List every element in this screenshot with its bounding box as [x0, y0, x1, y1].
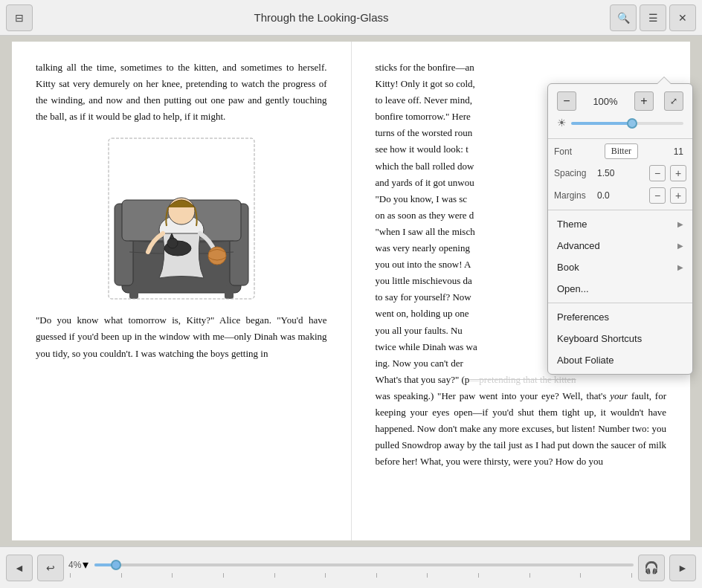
- alice-illustration: [107, 137, 256, 300]
- margins-row: Margins 0.0 − +: [548, 184, 692, 207]
- menu-item-open[interactable]: Open...: [548, 278, 692, 300]
- plus-icon: +: [675, 190, 681, 201]
- ruler-tick: [325, 573, 326, 578]
- ruler-tick: [478, 573, 479, 578]
- menu-item-theme[interactable]: Theme ▶: [548, 213, 692, 235]
- prev-page-button[interactable]: ◄: [6, 555, 33, 581]
- arrow-icon: ▶: [677, 242, 683, 250]
- font-selector[interactable]: Bitter: [605, 143, 638, 159]
- headphone-icon: 🎧: [644, 560, 659, 575]
- close-button[interactable]: ✕: [669, 4, 696, 31]
- zoom-expand-button[interactable]: ⤢: [664, 91, 683, 111]
- main-area: talking all the time, sometimes to the k…: [0, 36, 702, 546]
- margins-decrease-button[interactable]: −: [649, 187, 666, 204]
- open-label: Open...: [557, 283, 589, 294]
- margins-increase-button[interactable]: +: [670, 187, 686, 204]
- progress-top: 4% ▾: [68, 558, 634, 572]
- popup-panel: − 100% + ⤢ ☀ Font Bitter: [547, 83, 693, 375]
- advanced-label: Advanced: [557, 240, 600, 251]
- keyboard-shortcuts-label: Keyboard Shortcuts: [557, 333, 642, 344]
- spacing-row: Spacing 1.50 − +: [548, 162, 692, 184]
- svg-rect-10: [129, 285, 138, 299]
- margins-value: 0.0: [597, 190, 645, 201]
- bottom-bar: ◄ ↩ 4% ▾: [0, 546, 702, 588]
- font-label: Font: [554, 146, 572, 157]
- zoom-section: − 100% + ⤢ ☀: [548, 84, 692, 137]
- next-icon: ►: [677, 562, 688, 574]
- progress-area: 4% ▾: [68, 558, 634, 578]
- menu-item-preferences[interactable]: Preferences: [548, 306, 692, 328]
- brightness-row: ☀: [551, 114, 689, 132]
- ruler-tick: [274, 573, 275, 578]
- ruler-tick: [172, 573, 173, 578]
- svg-rect-11: [225, 285, 234, 299]
- search-icon: 🔍: [617, 12, 630, 24]
- minus-icon: −: [654, 167, 660, 179]
- zoom-out-button[interactable]: −: [557, 91, 576, 111]
- brightness-slider[interactable]: [571, 122, 683, 125]
- menu-button[interactable]: ☰: [640, 4, 666, 31]
- zoom-value: 100%: [587, 96, 624, 107]
- progress-pct: 4%: [68, 560, 81, 570]
- dropdown-icon: ▾: [83, 558, 88, 572]
- progress-ruler: [68, 573, 634, 578]
- back-icon: ↩: [46, 562, 55, 574]
- page-left: talking all the time, sometimes to the k…: [12, 42, 352, 540]
- minus-icon: −: [654, 190, 660, 201]
- toc-icon: ⊟: [15, 12, 24, 24]
- back-button[interactable]: ↩: [37, 555, 64, 581]
- toc-button[interactable]: ⊟: [6, 4, 33, 31]
- title-bar: ⊟ Through the Looking-Glass 🔍 ☰ ✕: [0, 0, 702, 36]
- zoom-row: − 100% + ⤢: [551, 88, 689, 114]
- menu-separator-1: [548, 210, 692, 210]
- progress-pct-dropdown[interactable]: 4% ▾: [68, 558, 88, 572]
- ruler-tick: [631, 573, 632, 578]
- menu-item-advanced[interactable]: Advanced ▶: [548, 235, 692, 256]
- menu-separator-2: [548, 303, 692, 303]
- book-label: Book: [557, 262, 579, 273]
- ruler-tick: [223, 573, 224, 578]
- font-value: Bitter: [611, 146, 631, 156]
- divider-1: [548, 138, 692, 139]
- ruler-tick: [529, 573, 530, 578]
- ruler-tick: [427, 573, 428, 578]
- left-text-1: talking all the time, sometimes to the k…: [36, 59, 327, 125]
- left-text-2: "Do you know what tomorrow is, Kitty?" A…: [36, 312, 327, 361]
- title-bar-actions: 🔍 ☰ ✕: [610, 4, 696, 31]
- font-row: Font Bitter 11: [548, 140, 692, 162]
- font-size-value: 11: [671, 146, 686, 157]
- plus-icon: +: [675, 167, 681, 179]
- svg-point-7: [167, 238, 178, 248]
- theme-label: Theme: [557, 219, 587, 230]
- headphone-button[interactable]: 🎧: [638, 555, 665, 581]
- book-title: Through the Looking-Glass: [33, 11, 610, 24]
- ruler-tick: [580, 573, 581, 578]
- ruler-tick: [376, 573, 377, 578]
- alice-illustration-container: [36, 137, 327, 300]
- ruler-tick: [121, 573, 122, 578]
- spacing-value: 1.50: [597, 168, 645, 178]
- menu-item-book[interactable]: Book ▶: [548, 256, 692, 278]
- prev-icon: ◄: [14, 562, 25, 574]
- search-button[interactable]: 🔍: [610, 4, 637, 31]
- hamburger-icon: ☰: [648, 12, 658, 24]
- progress-thumb: [111, 560, 121, 570]
- spacing-label: Spacing: [554, 168, 593, 178]
- spacing-increase-button[interactable]: +: [670, 165, 686, 181]
- progress-track[interactable]: [94, 563, 634, 566]
- expand-icon: ⤢: [670, 96, 677, 106]
- plus-icon: +: [640, 94, 647, 108]
- spacing-decrease-button[interactable]: −: [649, 165, 666, 181]
- brightness-icon: ☀: [557, 117, 567, 129]
- next-page-button[interactable]: ►: [669, 555, 696, 581]
- menu-item-keyboard-shortcuts[interactable]: Keyboard Shortcuts: [548, 328, 692, 349]
- close-icon: ✕: [678, 12, 687, 24]
- menu-item-about[interactable]: About Foliate: [548, 349, 692, 371]
- margins-label: Margins: [554, 190, 593, 201]
- zoom-in-button[interactable]: +: [634, 91, 654, 111]
- ruler-tick: [70, 573, 71, 578]
- arrow-icon: ▶: [677, 220, 683, 228]
- about-label: About Foliate: [557, 355, 614, 366]
- arrow-icon: ▶: [677, 263, 683, 271]
- preferences-label: Preferences: [557, 311, 609, 323]
